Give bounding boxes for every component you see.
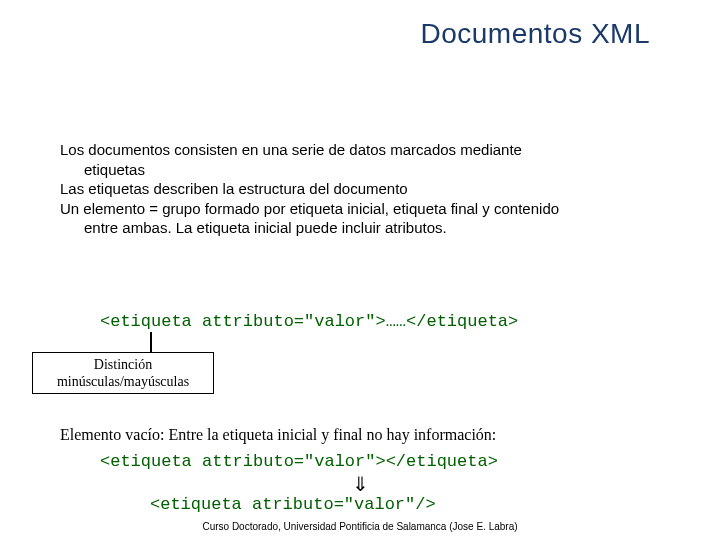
body-line1: Los documentos consisten en una serie de…: [60, 141, 522, 158]
body-line3-indent: entre ambas. La etiqueta inicial puede i…: [60, 218, 670, 238]
slide-title: Documentos XML: [420, 18, 650, 50]
body-line2: Las etiquetas describen la estructura de…: [60, 180, 408, 197]
body-text: Los documentos consisten en una serie de…: [60, 140, 670, 238]
slide-footer: Curso Doctorado, Universidad Pontificia …: [0, 521, 720, 532]
code-example-2: <etiqueta attributo="valor"></etiqueta>: [100, 452, 498, 471]
code-example-1: <etiqueta attributo="valor">……</etiqueta…: [100, 312, 518, 331]
code-example-3: <etiqueta atributo="valor"/>: [150, 495, 436, 514]
body-line1-indent: etiquetas: [60, 160, 670, 180]
body-line3: Un elemento = grupo formado por etiqueta…: [60, 200, 559, 217]
arrow-down-icon: ⇓: [0, 472, 720, 496]
callout-text: Distinción minúsculas/mayúsculas: [33, 356, 213, 391]
empty-element-text: Elemento vacío: Entre la etiqueta inicia…: [60, 426, 670, 444]
callout-connector: [150, 332, 152, 352]
callout-box: Distinción minúsculas/mayúsculas: [32, 352, 214, 394]
